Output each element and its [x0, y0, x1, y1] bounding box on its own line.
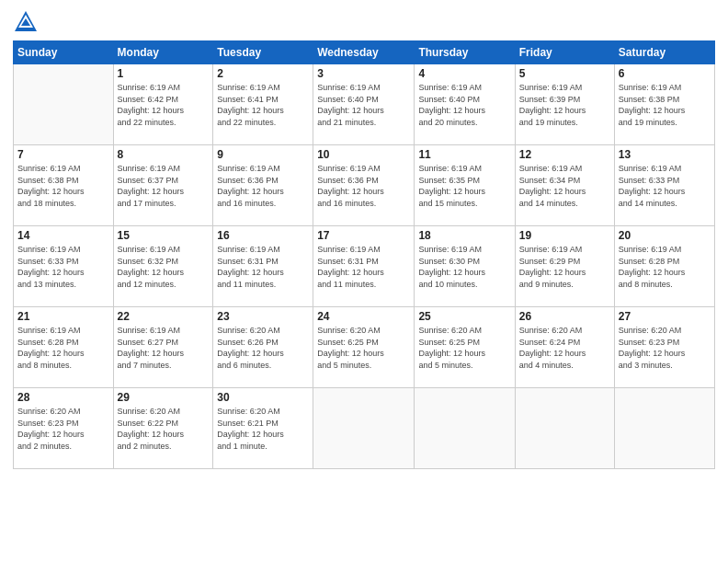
day-number: 25 [418, 310, 510, 323]
calendar-cell [614, 388, 714, 469]
day-info: Sunrise: 6:20 AM Sunset: 6:22 PM Dayligh… [118, 406, 210, 452]
day-number: 16 [217, 229, 309, 242]
day-info: Sunrise: 6:19 AM Sunset: 6:38 PM Dayligh… [619, 82, 711, 128]
calendar-cell: 14Sunrise: 6:19 AM Sunset: 6:33 PM Dayli… [14, 226, 114, 307]
calendar-cell: 13Sunrise: 6:19 AM Sunset: 6:33 PM Dayli… [614, 145, 714, 226]
weekday-header: Wednesday [313, 41, 415, 64]
calendar-cell: 2Sunrise: 6:19 AM Sunset: 6:41 PM Daylig… [213, 64, 313, 145]
day-info: Sunrise: 6:19 AM Sunset: 6:33 PM Dayligh… [17, 244, 109, 290]
day-info: Sunrise: 6:20 AM Sunset: 6:21 PM Dayligh… [217, 406, 309, 452]
day-info: Sunrise: 6:20 AM Sunset: 6:24 PM Dayligh… [519, 325, 610, 371]
logo-icon [13, 9, 39, 35]
day-number: 29 [118, 391, 210, 404]
day-info: Sunrise: 6:19 AM Sunset: 6:29 PM Dayligh… [519, 244, 610, 290]
day-info: Sunrise: 6:19 AM Sunset: 6:36 PM Dayligh… [217, 163, 309, 209]
calendar-cell: 30Sunrise: 6:20 AM Sunset: 6:21 PM Dayli… [213, 388, 313, 469]
day-number: 3 [317, 67, 410, 80]
day-number: 12 [519, 148, 610, 161]
day-info: Sunrise: 6:20 AM Sunset: 6:25 PM Dayligh… [317, 325, 410, 371]
day-info: Sunrise: 6:19 AM Sunset: 6:41 PM Dayligh… [217, 82, 309, 128]
day-info: Sunrise: 6:19 AM Sunset: 6:36 PM Dayligh… [317, 163, 410, 209]
day-info: Sunrise: 6:19 AM Sunset: 6:39 PM Dayligh… [519, 82, 610, 128]
weekday-header: Saturday [614, 41, 714, 64]
day-info: Sunrise: 6:19 AM Sunset: 6:37 PM Dayligh… [118, 163, 210, 209]
calendar-cell: 21Sunrise: 6:19 AM Sunset: 6:28 PM Dayli… [14, 307, 114, 388]
day-info: Sunrise: 6:19 AM Sunset: 6:33 PM Dayligh… [619, 163, 711, 209]
day-number: 20 [619, 229, 711, 242]
day-number: 9 [217, 148, 309, 161]
day-number: 14 [17, 229, 109, 242]
weekday-header: Monday [113, 41, 213, 64]
day-number: 7 [17, 148, 109, 161]
day-number: 28 [17, 391, 109, 404]
calendar-cell: 29Sunrise: 6:20 AM Sunset: 6:22 PM Dayli… [113, 388, 213, 469]
day-number: 1 [118, 67, 210, 80]
calendar-cell: 18Sunrise: 6:19 AM Sunset: 6:30 PM Dayli… [415, 226, 515, 307]
calendar-cell: 17Sunrise: 6:19 AM Sunset: 6:31 PM Dayli… [313, 226, 415, 307]
day-number: 24 [317, 310, 410, 323]
day-number: 30 [217, 391, 309, 404]
calendar-cell: 12Sunrise: 6:19 AM Sunset: 6:34 PM Dayli… [515, 145, 614, 226]
day-info: Sunrise: 6:20 AM Sunset: 6:23 PM Dayligh… [619, 325, 711, 371]
day-number: 19 [519, 229, 610, 242]
calendar-cell: 28Sunrise: 6:20 AM Sunset: 6:23 PM Dayli… [14, 388, 114, 469]
day-info: Sunrise: 6:20 AM Sunset: 6:26 PM Dayligh… [217, 325, 309, 371]
day-number: 5 [519, 67, 610, 80]
calendar-cell: 3Sunrise: 6:19 AM Sunset: 6:40 PM Daylig… [313, 64, 415, 145]
day-number: 22 [118, 310, 210, 323]
day-info: Sunrise: 6:19 AM Sunset: 6:27 PM Dayligh… [118, 325, 210, 371]
day-number: 26 [519, 310, 610, 323]
calendar-cell: 1Sunrise: 6:19 AM Sunset: 6:42 PM Daylig… [113, 64, 213, 145]
day-number: 6 [619, 67, 711, 80]
calendar-cell: 10Sunrise: 6:19 AM Sunset: 6:36 PM Dayli… [313, 145, 415, 226]
day-info: Sunrise: 6:19 AM Sunset: 6:40 PM Dayligh… [418, 82, 510, 128]
calendar: SundayMondayTuesdayWednesdayThursdayFrid… [13, 40, 715, 469]
calendar-cell: 16Sunrise: 6:19 AM Sunset: 6:31 PM Dayli… [213, 226, 313, 307]
logo [13, 9, 42, 35]
day-info: Sunrise: 6:20 AM Sunset: 6:25 PM Dayligh… [418, 325, 510, 371]
calendar-week: 21Sunrise: 6:19 AM Sunset: 6:28 PM Dayli… [14, 307, 715, 388]
weekday-header: Sunday [14, 41, 114, 64]
day-info: Sunrise: 6:19 AM Sunset: 6:32 PM Dayligh… [118, 244, 210, 290]
day-number: 11 [418, 148, 510, 161]
day-info: Sunrise: 6:19 AM Sunset: 6:35 PM Dayligh… [418, 163, 510, 209]
calendar-week: 14Sunrise: 6:19 AM Sunset: 6:33 PM Dayli… [14, 226, 715, 307]
calendar-cell: 23Sunrise: 6:20 AM Sunset: 6:26 PM Dayli… [213, 307, 313, 388]
day-number: 23 [217, 310, 309, 323]
day-info: Sunrise: 6:19 AM Sunset: 6:30 PM Dayligh… [418, 244, 510, 290]
calendar-week: 7Sunrise: 6:19 AM Sunset: 6:38 PM Daylig… [14, 145, 715, 226]
calendar-cell: 20Sunrise: 6:19 AM Sunset: 6:28 PM Dayli… [614, 226, 714, 307]
weekday-header: Tuesday [213, 41, 313, 64]
calendar-cell: 4Sunrise: 6:19 AM Sunset: 6:40 PM Daylig… [415, 64, 515, 145]
day-number: 8 [118, 148, 210, 161]
header [13, 9, 715, 35]
weekday-header: Thursday [415, 41, 515, 64]
calendar-cell: 22Sunrise: 6:19 AM Sunset: 6:27 PM Dayli… [113, 307, 213, 388]
day-number: 21 [17, 310, 109, 323]
day-info: Sunrise: 6:19 AM Sunset: 6:40 PM Dayligh… [317, 82, 410, 128]
calendar-cell [515, 388, 614, 469]
calendar-cell [14, 64, 114, 145]
day-number: 18 [418, 229, 510, 242]
calendar-cell: 26Sunrise: 6:20 AM Sunset: 6:24 PM Dayli… [515, 307, 614, 388]
calendar-cell: 9Sunrise: 6:19 AM Sunset: 6:36 PM Daylig… [213, 145, 313, 226]
day-number: 2 [217, 67, 309, 80]
day-number: 4 [418, 67, 510, 80]
day-info: Sunrise: 6:19 AM Sunset: 6:34 PM Dayligh… [519, 163, 610, 209]
calendar-cell: 7Sunrise: 6:19 AM Sunset: 6:38 PM Daylig… [14, 145, 114, 226]
day-info: Sunrise: 6:19 AM Sunset: 6:38 PM Dayligh… [17, 163, 109, 209]
day-info: Sunrise: 6:19 AM Sunset: 6:28 PM Dayligh… [619, 244, 711, 290]
calendar-week: 28Sunrise: 6:20 AM Sunset: 6:23 PM Dayli… [14, 388, 715, 469]
day-number: 10 [317, 148, 410, 161]
day-info: Sunrise: 6:19 AM Sunset: 6:31 PM Dayligh… [217, 244, 309, 290]
day-info: Sunrise: 6:20 AM Sunset: 6:23 PM Dayligh… [17, 406, 109, 452]
calendar-cell: 11Sunrise: 6:19 AM Sunset: 6:35 PM Dayli… [415, 145, 515, 226]
calendar-cell: 25Sunrise: 6:20 AM Sunset: 6:25 PM Dayli… [415, 307, 515, 388]
day-number: 27 [619, 310, 711, 323]
calendar-cell [313, 388, 415, 469]
calendar-cell: 24Sunrise: 6:20 AM Sunset: 6:25 PM Dayli… [313, 307, 415, 388]
calendar-cell: 6Sunrise: 6:19 AM Sunset: 6:38 PM Daylig… [614, 64, 714, 145]
day-number: 17 [317, 229, 410, 242]
calendar-cell: 8Sunrise: 6:19 AM Sunset: 6:37 PM Daylig… [113, 145, 213, 226]
calendar-cell [415, 388, 515, 469]
